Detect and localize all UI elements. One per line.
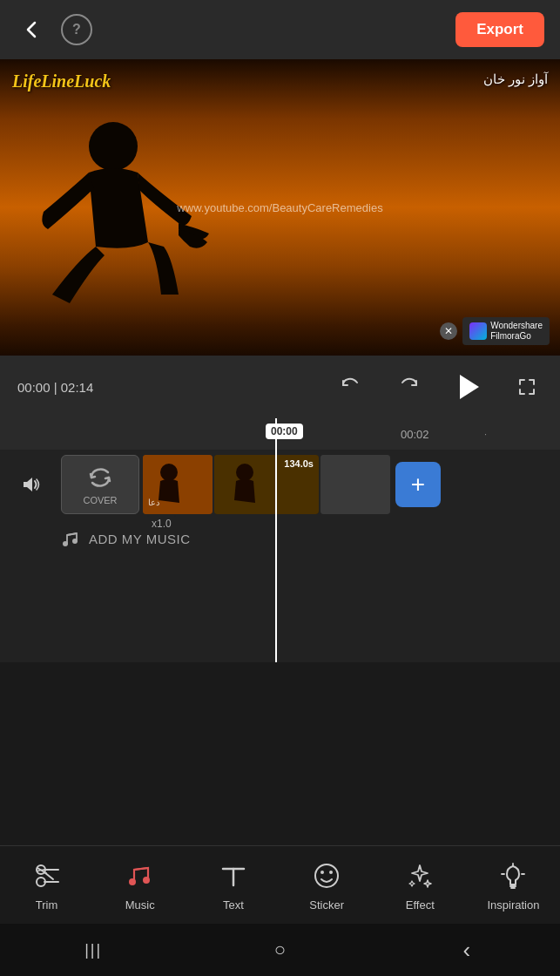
timeline-area: 00:00 00:02 · 00:00 — [0, 418, 560, 662]
nav-home-icon: ○ — [274, 939, 286, 961]
video-clips-row: دعا 134.0s — [143, 455, 560, 514]
cover-label: COVER — [83, 495, 117, 505]
toolbar-sticker[interactable]: Sticker — [280, 858, 374, 912]
video-preview: LifeLineLuck آواز نور خان www.youtube.co… — [0, 59, 560, 356]
music-note-icon — [61, 529, 80, 548]
add-icon: + — [411, 472, 425, 497]
refresh-icon — [86, 464, 114, 491]
back-button[interactable] — [16, 14, 47, 45]
speed-badge: x1.0 — [146, 516, 177, 532]
svg-point-2 — [160, 464, 178, 481]
svg-point-0 — [89, 122, 138, 171]
track-volume-icon[interactable] — [0, 469, 61, 500]
export-button[interactable]: Export — [455, 12, 544, 47]
video-clip-3[interactable] — [320, 455, 390, 514]
svg-point-6 — [63, 541, 68, 546]
play-icon — [460, 375, 479, 399]
speaker-icon — [15, 469, 46, 500]
nav-home-button[interactable]: ○ — [264, 934, 295, 966]
close-watermark-button[interactable]: ✕ — [440, 322, 457, 340]
svg-point-7 — [72, 539, 78, 544]
toolbar-effect[interactable]: Effect — [374, 858, 467, 912]
music-label: Music — [125, 898, 155, 912]
nav-menu-button[interactable]: ||| — [78, 934, 109, 966]
add-music-label: ADD MY MUSIC — [89, 532, 191, 546]
svg-line-8 — [67, 533, 77, 535]
video-clips-container: دعا 134.0s — [143, 455, 560, 514]
time-display: 00:00 | 02:14 — [17, 380, 93, 395]
system-nav-bar: ||| ○ ‹ — [0, 924, 560, 976]
video-track-row: COVER دعا — [0, 450, 560, 519]
clip-duration-label: 134.0s — [284, 458, 314, 469]
svg-line-15 — [134, 868, 148, 870]
nav-back-button[interactable]: ‹ — [451, 934, 482, 966]
toolbar-trim[interactable]: Trim — [0, 858, 93, 912]
nav-menu-icon: ||| — [84, 941, 102, 959]
nav-back-icon: ‹ — [462, 937, 470, 964]
inspiration-label: Inspiration — [487, 898, 539, 912]
toolbar-text[interactable]: Text — [186, 858, 280, 912]
watermark-top-right: آواز نور خان — [483, 71, 548, 87]
silhouette-figure — [17, 120, 235, 329]
watermark-center: www.youtube.com/BeautyCareRemedies — [177, 201, 382, 214]
bottom-toolbar: Trim Music Text — [0, 845, 560, 924]
redo-button[interactable] — [393, 371, 424, 403]
help-button[interactable]: ? — [61, 14, 92, 45]
sticker-icon — [309, 858, 344, 893]
svg-point-20 — [329, 871, 333, 874]
playhead-time-label: 00:00 — [266, 424, 303, 439]
music-track-row[interactable]: ADD MY MUSIC — [0, 519, 560, 558]
watermark-top-left: LifeLineLuck — [12, 71, 111, 92]
effect-icon — [402, 858, 437, 893]
svg-point-13 — [129, 878, 136, 885]
filmora-badge: WondershareFilmoraGo — [462, 317, 550, 345]
toolbar-inspiration[interactable]: Inspiration — [467, 858, 560, 912]
trim-label: Trim — [36, 898, 58, 912]
play-button[interactable] — [450, 369, 485, 404]
watermark-bottom-right: ✕ WondershareFilmoraGo — [440, 317, 550, 345]
top-bar: ? Export — [0, 0, 560, 59]
effect-label: Effect — [406, 898, 435, 912]
svg-point-18 — [315, 864, 338, 887]
svg-rect-5 — [320, 455, 390, 514]
music-icon — [123, 858, 158, 893]
clip-1-overlay: دعا — [148, 498, 159, 507]
svg-point-4 — [236, 464, 253, 481]
filmora-text: WondershareFilmoraGo — [490, 321, 543, 342]
svg-point-19 — [320, 871, 324, 874]
toolbar-music[interactable]: Music — [93, 858, 186, 912]
trim-icon — [30, 858, 64, 893]
fullscreen-button[interactable] — [511, 371, 543, 403]
add-clip-button[interactable]: + — [395, 462, 441, 507]
svg-point-14 — [143, 877, 150, 884]
inspiration-icon — [496, 858, 530, 893]
playback-controls-area: 00:00 | 02:14 — [0, 356, 560, 418]
cover-thumbnail[interactable]: COVER — [61, 455, 139, 514]
text-label: Text — [223, 898, 244, 912]
filmora-logo-icon — [469, 322, 487, 340]
ruler-dot: · — [484, 429, 487, 439]
top-bar-left: ? — [16, 14, 92, 45]
sticker-label: Sticker — [309, 898, 344, 912]
video-clip-1[interactable]: دعا — [143, 455, 213, 514]
playback-controls — [335, 369, 543, 404]
timeline-ruler: 00:00 00:02 · 00:00 — [0, 418, 560, 450]
undo-button[interactable] — [335, 371, 367, 403]
playhead-line — [275, 418, 277, 662]
ruler-time-1: 00:02 — [401, 428, 429, 441]
video-clip-2[interactable]: 134.0s — [214, 455, 319, 514]
text-icon — [216, 858, 251, 893]
